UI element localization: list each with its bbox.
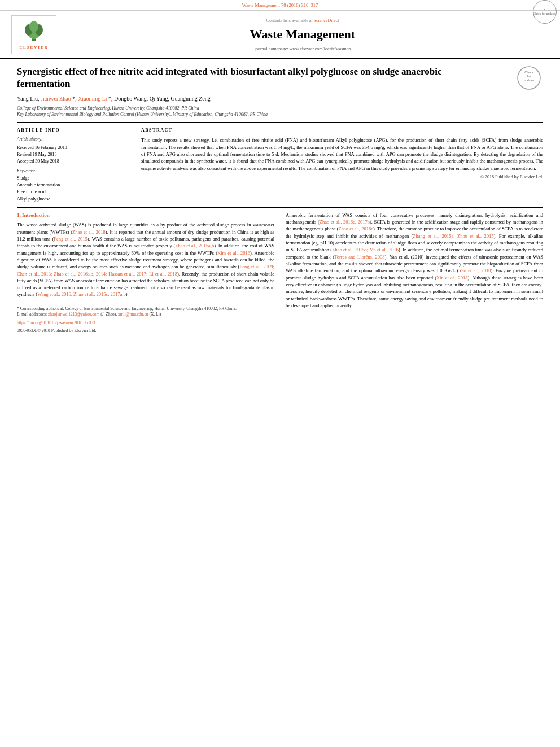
ref-kim-2016[interactable]: Kim et al., 2016 bbox=[217, 250, 250, 256]
ref-zhao-2015a-ma[interactable]: Zhao et al., 2015a; Ma et al., 2016 bbox=[332, 247, 399, 252]
check-for-updates-badge: ✓Check for updates bbox=[529, 0, 560, 24]
ref-torres[interactable]: Torres and Lloréns, 2008 bbox=[334, 254, 384, 260]
svg-point-4 bbox=[29, 21, 38, 32]
journal-homepage: journal homepage: www.elsevier.com/locat… bbox=[56, 46, 549, 52]
ref-zhao-2015ab[interactable]: Zhao et al., 2015a,b bbox=[175, 243, 214, 248]
author-zhao[interactable]: Jianwei Zhao bbox=[41, 95, 71, 102]
abstract-heading: ABSTRACT bbox=[141, 127, 543, 133]
body-left-column: 1. Introduction The waste activated slud… bbox=[17, 212, 274, 334]
intro-heading: 1. Introduction bbox=[17, 212, 274, 219]
author-li[interactable]: Xiaoming Li bbox=[78, 95, 107, 102]
keywords-label: Keywords: bbox=[17, 168, 130, 174]
check-circle-text: ✓Check for updates bbox=[533, 8, 556, 15]
svg-text:for: for bbox=[527, 75, 531, 78]
keyword-1: Sludge bbox=[17, 175, 130, 181]
intro-left-text: The waste activated sludge (WAS) is prod… bbox=[17, 221, 274, 298]
email-zhao[interactable]: zhaojianwei1213@yahoo.com bbox=[48, 312, 99, 317]
ref-zhao-2016c[interactable]: Zhao et al., 2016c, 2017b bbox=[320, 219, 370, 225]
journal-citation: Waste Management 78 (2018) 310–317 bbox=[242, 2, 318, 8]
svg-text:Check: Check bbox=[524, 71, 533, 74]
journal-info: Contents lists available at ScienceDirec… bbox=[56, 18, 549, 52]
journal-bar: Waste Management 78 (2018) 310–317 bbox=[0, 0, 560, 11]
article-title: Synergistic effect of free nitrite acid … bbox=[17, 65, 512, 90]
body-right-column: Anaerobic fermentation of WAS consists o… bbox=[286, 212, 543, 334]
ref-zhao-2018[interactable]: Zhao et al., 2018 bbox=[72, 229, 106, 235]
revised-date: Revised 19 May 2018 bbox=[17, 151, 130, 158]
ref-feng-2015[interactable]: Feng et al., 2015 bbox=[54, 236, 88, 242]
corresponding-author-note: * Corresponding authors at: College of E… bbox=[17, 306, 274, 312]
elsevier-logo: ELSEVIER bbox=[11, 15, 56, 54]
email-label: E-mail addresses: bbox=[17, 312, 47, 317]
article-info-column: ARTICLE INFO Article history: Received 1… bbox=[17, 127, 130, 203]
keyword-2: Anaerobic fermentation bbox=[17, 182, 130, 188]
ref-wang-2016[interactable]: Wang et al., 2016; Zhao et al., 2015c, 2… bbox=[37, 291, 126, 297]
ref-zhang-2015a[interactable]: Zhang et al., 2015a; Zhou et al., 2015 bbox=[413, 233, 493, 239]
science-direct-anchor[interactable]: ScienceDirect bbox=[314, 18, 339, 23]
keyword-3: Free nitrite acid bbox=[17, 189, 130, 195]
affiliation-1: College of Environmental Science and Eng… bbox=[17, 105, 543, 111]
received-date: Received 16 February 2018 bbox=[17, 145, 130, 151]
ref-zhao-2016c-2[interactable]: Zhao et al., 2016c bbox=[339, 226, 373, 231]
email-zhao-name: J. Zhao bbox=[102, 312, 115, 317]
check-circle: ✓Check for updates bbox=[533, 0, 557, 24]
email-li-name: X. Li bbox=[151, 312, 160, 317]
science-direct-link: Contents lists available at ScienceDirec… bbox=[56, 18, 549, 24]
svg-text:updates: updates bbox=[524, 78, 535, 82]
main-content: Synergistic effect of free nitrite acid … bbox=[0, 59, 560, 340]
ref-yan-2010[interactable]: Yan et al., 2010 bbox=[459, 268, 491, 273]
update-badge-icon: Check for updates bbox=[517, 65, 541, 90]
keyword-4: Alkyl polyglucose bbox=[17, 196, 130, 202]
svg-point-5 bbox=[518, 67, 540, 89]
abstract-column: ABSTRACT This study reports a new strate… bbox=[141, 127, 543, 203]
journal-name: Waste Management bbox=[56, 26, 549, 43]
accepted-date: Accepted 30 May 2018 bbox=[17, 158, 130, 164]
history-label: Article history: bbox=[17, 137, 130, 143]
doi-line: https://doi.org/10.1016/j.wasman.2018.05… bbox=[17, 320, 274, 326]
authors-line: Yang Liu, Jianwei Zhao *, Xiaoming Li *,… bbox=[17, 95, 543, 103]
header-area: ELSEVIER Contents lists available at Sci… bbox=[0, 11, 560, 59]
affiliations: College of Environmental Science and Eng… bbox=[17, 105, 543, 117]
footnote-section: * Corresponding authors at: College of E… bbox=[17, 303, 274, 334]
issn-line: 0956-053X/© 2018 Published by Elsevier L… bbox=[17, 328, 274, 334]
title-check-badge: Check for updates bbox=[515, 65, 543, 93]
intro-right-text: Anaerobic fermentation of WAS consists o… bbox=[286, 212, 543, 309]
title-area: Synergistic effect of free nitrite acid … bbox=[17, 65, 543, 90]
body-divider bbox=[17, 207, 543, 208]
ref-xin-2018[interactable]: Xin et al., 2018 bbox=[436, 275, 467, 281]
affiliation-2: Key Laboratory of Environmental Biology … bbox=[17, 111, 543, 117]
email-line: E-mail addresses: zhaojianwei1213@yahoo.… bbox=[17, 312, 274, 318]
info-abstract-section: ARTICLE INFO Article history: Received 1… bbox=[17, 122, 543, 203]
article-info-heading: ARTICLE INFO bbox=[17, 127, 130, 133]
copyright-line: © 2018 Published by Elsevier Ltd. bbox=[141, 174, 543, 180]
abstract-text: This study reports a new strategy, i.e. … bbox=[141, 137, 543, 172]
ref-feng-2009[interactable]: Feng et al., 2009; Chen et al., 2013; Zh… bbox=[17, 264, 274, 276]
email-li[interactable]: xmli@hnu.edu.cn bbox=[118, 312, 148, 317]
doi-link[interactable]: https://doi.org/10.1016/j.wasman.2018.05… bbox=[17, 320, 95, 325]
elsevier-tree-icon bbox=[20, 19, 48, 44]
body-section: 1. Introduction The waste activated slud… bbox=[17, 212, 543, 334]
elsevier-wordmark: ELSEVIER bbox=[19, 45, 48, 51]
